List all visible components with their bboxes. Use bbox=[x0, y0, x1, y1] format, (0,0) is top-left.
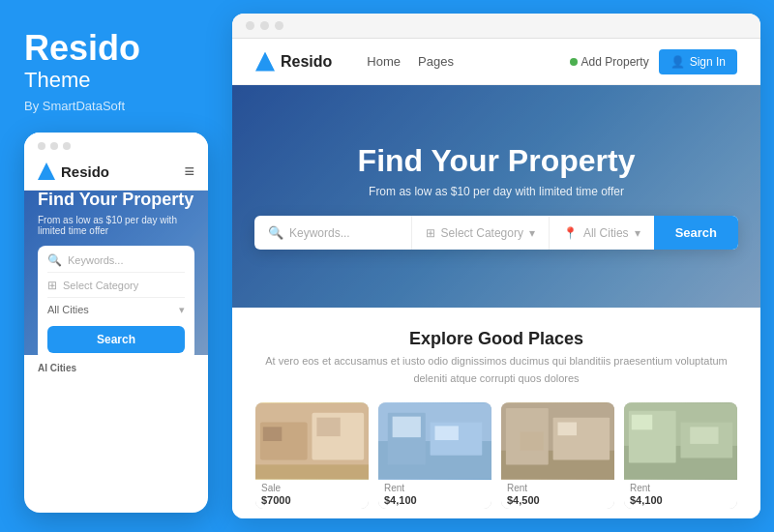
svg-rect-11 bbox=[435, 427, 459, 441]
chevron-down-icon: ▾ bbox=[179, 304, 185, 316]
explore-section: Explore Good Places At vero eos et accus… bbox=[232, 308, 760, 518]
browser-dot-1 bbox=[246, 21, 254, 30]
mobile-logo-icon bbox=[38, 163, 55, 180]
sign-in-label: Sign In bbox=[690, 55, 726, 69]
category-chevron-icon: ▾ bbox=[529, 226, 535, 240]
desktop-hero-subtitle: From as low as $10 per day with limited … bbox=[369, 185, 624, 198]
desktop-search-bar: 🔍 Keywords... ⊞ Select Category ▾ 📍 All … bbox=[254, 216, 738, 250]
brand-subtitle: Theme bbox=[24, 68, 208, 93]
browser-dot-2 bbox=[260, 21, 269, 30]
property-image-4 bbox=[624, 402, 737, 480]
cities-chevron-icon: ▾ bbox=[635, 226, 640, 240]
property-card-3[interactable]: Rent $4,500 bbox=[501, 402, 614, 509]
add-property-label: Add Property bbox=[581, 55, 649, 69]
mobile-search-form: 🔍 Keywords... ⊞ Select Category All Citi… bbox=[38, 246, 194, 355]
card-type-2: Rent bbox=[378, 480, 491, 494]
user-icon: 👤 bbox=[670, 55, 685, 69]
property-image-1 bbox=[255, 402, 369, 480]
card-price-1: $7000 bbox=[255, 494, 369, 509]
mobile-keyword-row: 🔍 Keywords... bbox=[47, 253, 185, 273]
mobile-hero-content: Find Your Property From as low as $10 pe… bbox=[38, 191, 194, 355]
desktop-hero-title: Find Your Property bbox=[358, 143, 636, 179]
brand-by: By SmartDataSoft bbox=[24, 99, 208, 113]
explore-description: At vero eos et accusamus et iusto odio d… bbox=[255, 353, 737, 387]
mobile-hero-title: Find Your Property bbox=[38, 191, 194, 211]
mobile-dot-2 bbox=[50, 142, 58, 150]
nav-link-pages[interactable]: Pages bbox=[418, 54, 454, 69]
svg-rect-23 bbox=[690, 428, 718, 445]
brand-title: Resido bbox=[24, 29, 208, 68]
mobile-category-label: Select Category bbox=[63, 280, 138, 291]
browser-content: Resido Home Pages Add Property 👤 Sign In bbox=[232, 39, 760, 518]
property-card-4[interactable]: Rent $4,100 bbox=[624, 402, 737, 509]
desktop-logo: Resido bbox=[255, 52, 332, 72]
svg-rect-21 bbox=[632, 415, 652, 430]
mobile-logo: Resido bbox=[38, 163, 109, 180]
mobile-cities-row: All Cities ▾ bbox=[47, 304, 185, 316]
mobile-titlebar bbox=[24, 133, 208, 156]
mobile-dot-1 bbox=[38, 142, 45, 150]
mobile-keyword-placeholder: Keywords... bbox=[68, 254, 123, 266]
svg-rect-9 bbox=[393, 417, 421, 437]
location-icon: 📍 bbox=[563, 226, 578, 240]
category-placeholder: Select Category bbox=[441, 226, 523, 240]
desktop-hero: Find Your Property From as low as $10 pe… bbox=[232, 85, 760, 308]
mobile-logo-text: Resido bbox=[61, 163, 109, 180]
card-type-4: Rent bbox=[624, 480, 737, 494]
online-dot bbox=[570, 58, 578, 66]
cities-placeholder: All Cities bbox=[583, 226, 629, 240]
ai-cities-label: AI Cities bbox=[24, 355, 208, 377]
property-image-2 bbox=[378, 402, 491, 480]
svg-rect-16 bbox=[558, 423, 578, 436]
desktop-hero-content: Find Your Property From as low as $10 pe… bbox=[254, 143, 738, 250]
mobile-cities-label: All Cities bbox=[47, 304, 89, 315]
desktop-logo-text: Resido bbox=[281, 53, 332, 71]
card-price-4: $4,100 bbox=[624, 494, 737, 509]
desktop-logo-icon bbox=[255, 52, 275, 72]
category-icon: ⊞ bbox=[47, 279, 57, 292]
hamburger-icon[interactable]: ≡ bbox=[184, 162, 194, 182]
explore-title: Explore Good Places bbox=[255, 329, 737, 349]
property-image-3 bbox=[501, 402, 614, 480]
mobile-category-row: ⊞ Select Category bbox=[47, 279, 185, 298]
category-grid-icon: ⊞ bbox=[426, 226, 435, 240]
card-type-1: Sale bbox=[255, 480, 369, 494]
keyword-placeholder: Keywords... bbox=[289, 226, 350, 240]
left-panel: Resido Theme By SmartDataSoft Resido ≡ F… bbox=[0, 0, 232, 532]
mobile-preview-card: Resido ≡ Find Your Property From as low … bbox=[24, 133, 208, 513]
category-field[interactable]: ⊞ Select Category ▾ bbox=[412, 217, 550, 250]
mobile-hero: Find Your Property From as low as $10 pe… bbox=[24, 191, 208, 355]
search-icon: 🔍 bbox=[47, 253, 62, 267]
card-price-3: $4,500 bbox=[501, 494, 614, 509]
svg-rect-3 bbox=[263, 428, 283, 442]
desktop-search-button[interactable]: Search bbox=[654, 216, 738, 250]
nav-actions: Add Property 👤 Sign In bbox=[570, 49, 737, 74]
nav-link-home[interactable]: Home bbox=[367, 54, 401, 69]
svg-rect-5 bbox=[255, 465, 369, 480]
card-price-2: $4,100 bbox=[378, 494, 491, 509]
mobile-nav: Resido ≡ bbox=[24, 156, 208, 191]
browser-bar bbox=[232, 14, 760, 39]
keyword-field[interactable]: 🔍 Keywords... bbox=[254, 216, 412, 250]
mobile-dot-3 bbox=[63, 142, 71, 150]
browser-dot-3 bbox=[275, 21, 283, 30]
property-card-1[interactable]: Sale $7000 bbox=[255, 402, 369, 509]
svg-rect-17 bbox=[521, 431, 544, 451]
mobile-search-button[interactable]: Search bbox=[47, 326, 185, 353]
card-type-3: Rent bbox=[501, 480, 614, 494]
add-property-button[interactable]: Add Property bbox=[570, 55, 649, 69]
cities-field[interactable]: 📍 All Cities ▾ bbox=[550, 217, 654, 250]
mobile-hero-subtitle: From as low as $10 per day with limited … bbox=[38, 215, 194, 236]
nav-links: Home Pages bbox=[367, 54, 550, 69]
right-panel: Resido Home Pages Add Property 👤 Sign In bbox=[232, 14, 760, 518]
property-grid: Sale $7000 Rent bbox=[255, 402, 737, 509]
sign-in-button[interactable]: 👤 Sign In bbox=[659, 49, 737, 74]
property-card-2[interactable]: Rent $4,100 bbox=[378, 402, 491, 509]
keyword-search-icon: 🔍 bbox=[268, 225, 283, 240]
desktop-nav: Resido Home Pages Add Property 👤 Sign In bbox=[232, 39, 760, 85]
svg-rect-4 bbox=[316, 418, 340, 437]
